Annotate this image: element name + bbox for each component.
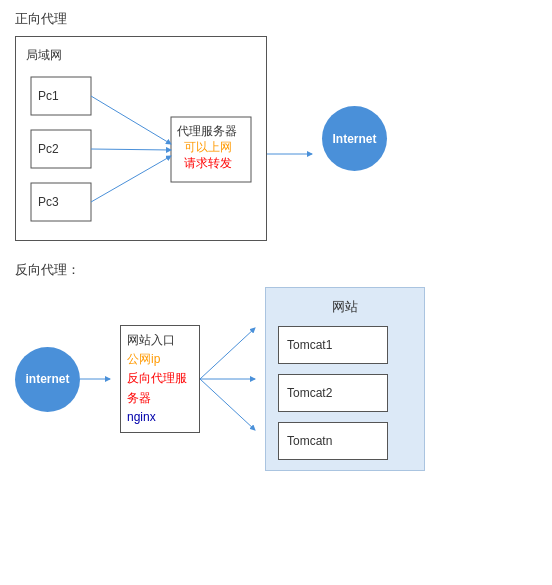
nginx-to-tomcats-arrows: [200, 304, 265, 454]
internet-label: Internet: [332, 132, 376, 146]
internet-circle: Internet: [322, 106, 387, 171]
nginx-line2: 公网ip: [127, 350, 160, 369]
tomcatn-label: Tomcatn: [287, 434, 332, 448]
reverse-proxy-title: 反向代理：: [15, 261, 537, 279]
svg-line-12: [200, 328, 255, 379]
nginx-line4: 务器: [127, 389, 151, 408]
internet-circle-sm: internet: [15, 347, 80, 412]
lan-box: 局域网 Pc1 Pc2 Pc3 代理服务器 可以上网 请求转发: [15, 36, 267, 241]
forward-proxy-section: 正向代理 局域网 Pc1 Pc2 Pc3 代理服务器 可以上网 请求转发: [15, 10, 537, 241]
website-box: 网站 Tomcat1 Tomcat2 Tomcatn: [265, 287, 425, 471]
website-label: 网站: [278, 298, 412, 316]
tomcat2-box: Tomcat2: [278, 374, 388, 412]
svg-line-14: [200, 379, 255, 430]
tomcat1-box: Tomcat1: [278, 326, 388, 364]
svg-text:请求转发: 请求转发: [184, 156, 232, 170]
pc1-label: Pc1: [38, 89, 59, 103]
nginx-line1: 网站入口: [127, 331, 175, 350]
tomcat2-label: Tomcat2: [287, 386, 332, 400]
nginx-box: 网站入口 公网ip 反向代理服 务器 nginx: [120, 325, 200, 433]
pc2-label: Pc2: [38, 142, 59, 156]
reverse-diagram: internet 网站入口 公网ip 反向代理服 务器 nginx: [15, 287, 537, 471]
svg-line-7: [91, 96, 171, 144]
tomcat-list: Tomcat1 Tomcat2 Tomcatn: [278, 326, 412, 460]
forward-diagram: 局域网 Pc1 Pc2 Pc3 代理服务器 可以上网 请求转发: [15, 36, 537, 241]
nginx-line3: 反向代理服: [127, 369, 187, 388]
svg-text:代理服务器: 代理服务器: [176, 124, 237, 138]
forward-proxy-title: 正向代理: [15, 10, 537, 28]
tomcat1-label: Tomcat1: [287, 338, 332, 352]
nginx-line5: nginx: [127, 408, 156, 427]
internet-to-nginx-arrow: [80, 369, 120, 389]
internet-sm-label: internet: [25, 372, 69, 386]
forward-to-internet-arrow: [267, 134, 322, 174]
svg-text:可以上网: 可以上网: [184, 140, 232, 154]
pc3-label: Pc3: [38, 195, 59, 209]
svg-line-9: [91, 156, 171, 202]
forward-svg: Pc1 Pc2 Pc3 代理服务器 可以上网 请求转发: [26, 72, 256, 227]
reverse-proxy-section: 反向代理： internet 网站入口 公网ip 反向代理服 务器 nginx: [15, 261, 537, 471]
lan-label: 局域网: [26, 47, 256, 64]
svg-line-8: [91, 149, 171, 150]
tomcatn-box: Tomcatn: [278, 422, 388, 460]
